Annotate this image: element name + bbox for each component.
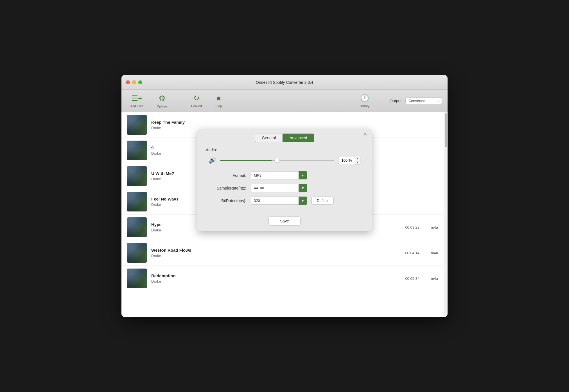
volume-icon: 🔊	[209, 157, 216, 164]
stop-icon: ■	[216, 94, 221, 103]
tab-advanced-button[interactable]: Advanced	[283, 134, 314, 142]
output-select-wrapper: Converted	[405, 97, 442, 104]
history-label: History	[360, 104, 369, 108]
volume-slider[interactable]	[220, 160, 334, 161]
track-title: Redemption	[151, 273, 401, 278]
maximize-button[interactable]	[138, 80, 142, 84]
bitrate-row: BitRate(kbps): 320 256 192 128 ▼ Default	[206, 197, 363, 205]
volume-input-wrapper: 100 % ▲ ▼	[338, 156, 360, 165]
stop-button[interactable]: ■ Stop	[212, 92, 225, 110]
volume-value: 100 %	[338, 157, 355, 164]
output-label: Output:	[390, 99, 403, 103]
minimize-button[interactable]	[132, 80, 136, 84]
list-item: Redemption Drake 00:05:34 m4a	[121, 266, 444, 291]
titlebar: Ondesoft Spotify Converter 2.3.4	[121, 75, 448, 90]
tab-general-button[interactable]: General	[255, 134, 283, 142]
format-select[interactable]: MP3 M4A FLAC WAV	[251, 171, 307, 179]
save-button[interactable]: Save	[268, 217, 301, 226]
format-select-wrapper: MP3 M4A FLAC WAV ▼	[251, 171, 307, 179]
track-format: m4a	[424, 225, 438, 229]
track-thumbnail	[127, 217, 147, 237]
toolbar-convert: ↻ Convert ■ Stop	[188, 92, 225, 110]
scrollbar-thumb[interactable]	[445, 113, 447, 147]
track-format: m4a	[424, 251, 438, 255]
list-item: Weston Road Flows Drake 00:04:14 m4a	[121, 240, 444, 266]
track-duration: 00:03:29	[405, 225, 419, 229]
history-button[interactable]: 🕐 History	[356, 92, 373, 110]
format-row: Format: MP3 M4A FLAC WAV ▼	[206, 171, 363, 179]
content-area: Keep The Family Drake 9 Drake	[121, 112, 448, 317]
track-info: Keep The Family Drake	[151, 120, 415, 130]
bitrate-label: BitRate(kbps):	[206, 199, 251, 203]
samplerate-label: SampleRate(hz):	[206, 186, 251, 190]
output-select[interactable]: Converted	[405, 97, 442, 104]
format-label: Format:	[206, 173, 251, 178]
convert-label: Convert	[191, 104, 202, 108]
samplerate-select-wrapper: 44100 22050 48000 ▼	[251, 184, 307, 192]
gear-icon: ⚙	[159, 94, 166, 103]
toolbar: ☰+ Add Files ⚙ Options ↻ Convert ■ Stop …	[121, 90, 448, 112]
dialog-body: Audio: 🔊 100 % ▲ ▼	[197, 142, 372, 217]
track-artist: Drake	[151, 254, 401, 258]
volume-row: 🔊 100 % ▲ ▼	[206, 156, 363, 165]
convert-icon: ↻	[193, 94, 200, 103]
track-duration: 00:05:34	[405, 276, 419, 281]
track-thumbnail	[127, 243, 147, 263]
options-button[interactable]: ⚙ Options	[153, 91, 171, 110]
track-thumbnail	[127, 166, 147, 186]
samplerate-select[interactable]: 44100 22050 48000	[251, 184, 307, 192]
track-duration: 00:04:14	[405, 251, 419, 255]
output-area: Output: Converted	[390, 97, 442, 104]
track-title: Keep The Family	[151, 120, 415, 125]
settings-dialog: ✕ General Advanced Audio: 🔊 100 %	[197, 129, 372, 231]
volume-stepper: ▲ ▼	[355, 156, 360, 165]
scrollbar[interactable]	[444, 112, 448, 317]
traffic-lights	[126, 80, 142, 84]
options-label: Options	[157, 105, 168, 108]
audio-label: Audio:	[206, 148, 363, 152]
track-info: Weston Road Flows Drake	[151, 248, 401, 258]
track-thumbnail	[127, 192, 147, 211]
toolbar-left: ☰+ Add Files ⚙ Options	[127, 91, 171, 110]
volume-down-button[interactable]: ▼	[355, 160, 360, 164]
main-window: Ondesoft Spotify Converter 2.3.4 ☰+ Add …	[121, 75, 448, 317]
convert-button[interactable]: ↻ Convert	[188, 92, 206, 110]
bitrate-select[interactable]: 320 256 192 128	[251, 197, 307, 205]
volume-up-button[interactable]: ▲	[355, 156, 360, 160]
track-thumbnail	[127, 141, 147, 160]
track-format: m4a	[424, 276, 438, 281]
default-button[interactable]: Default	[311, 197, 334, 205]
samplerate-row: SampleRate(hz): 44100 22050 48000 ▼	[206, 184, 363, 192]
bitrate-select-wrapper: 320 256 192 128 ▼	[251, 197, 307, 205]
track-artist: Drake	[151, 279, 401, 283]
track-thumbnail	[127, 269, 147, 288]
close-button[interactable]	[126, 80, 130, 84]
dialog-footer: Save	[197, 217, 372, 231]
add-files-icon: ☰+	[132, 94, 142, 103]
history-icon: 🕐	[360, 94, 369, 103]
dialog-header: General Advanced	[197, 129, 372, 142]
add-files-button[interactable]: ☰+ Add Files	[127, 92, 147, 110]
track-info: Redemption Drake	[151, 273, 401, 283]
track-title: Weston Road Flows	[151, 248, 401, 253]
stop-label: Stop	[215, 104, 222, 108]
window-title: Ondesoft Spotify Converter 2.3.4	[256, 80, 313, 85]
add-files-label: Add Files	[130, 104, 143, 108]
track-thumbnail	[127, 115, 147, 135]
